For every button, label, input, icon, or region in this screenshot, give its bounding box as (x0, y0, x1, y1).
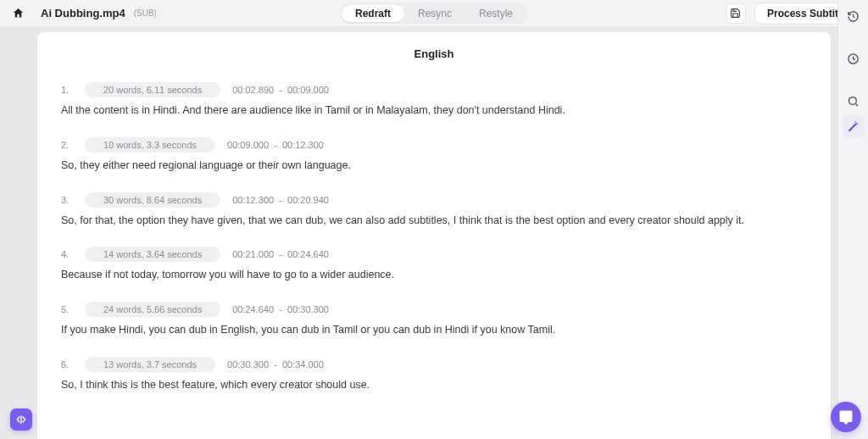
subtitle-card: English 1.20 words, 6.11 seconds00:02.89… (37, 32, 831, 439)
segment-end: 00:34.000 (282, 359, 324, 370)
panel-toggle-icon (15, 414, 27, 425)
panel-toggle-button[interactable] (10, 408, 32, 431)
time-settings-button[interactable] (843, 47, 865, 69)
segment-end: 00:30.300 (287, 304, 329, 314)
segment-index: 6. (61, 359, 73, 370)
segment-start: 00:12.300 (232, 195, 274, 205)
segment-text[interactable]: So, I think this is the best feature, wh… (61, 377, 807, 393)
segment-text[interactable]: So, for that, the option they have given… (61, 213, 807, 229)
search-icon (847, 95, 860, 108)
segment-times: 00:21.000 - 00:24.640 (232, 249, 329, 259)
segment-stats: 20 words, 6.11 seconds (85, 82, 220, 97)
home-button[interactable] (10, 6, 25, 21)
process-subtitle-label: Process Subtitle (767, 8, 847, 19)
chat-launcher-button[interactable] (831, 402, 861, 432)
segment-row[interactable]: 3.30 words, 8.64 seconds00:12.300 - 00:2… (61, 192, 807, 229)
save-button[interactable] (726, 3, 746, 24)
segment-times: 00:30.300 - 00:34.000 (227, 359, 324, 370)
chat-icon (838, 409, 854, 425)
segment-end: 00:20.940 (287, 195, 329, 205)
segment-times: 00:24.640 - 00:30.300 (232, 304, 329, 314)
tab-resync[interactable]: Resync (404, 5, 465, 22)
segment-index: 4. (61, 249, 73, 259)
segment-start: 00:30.300 (227, 359, 269, 370)
top-bar: Ai Dubbing.mp4 (SUB) Redraft Resync Rest… (0, 0, 868, 27)
segments-list: 1.20 words, 6.11 seconds00:02.890 - 00:0… (61, 82, 807, 393)
segment-start: 00:09.000 (227, 140, 269, 150)
segment-meta: 2.10 words, 3.3 seconds00:09.000 - 00:12… (61, 137, 807, 153)
clock-icon (847, 53, 860, 65)
file-title: Ai Dubbing.mp4 (41, 7, 125, 19)
segment-text[interactable]: All the content is in Hindi. And there a… (61, 103, 807, 119)
history-icon (847, 10, 860, 23)
language-title: English (61, 47, 807, 60)
segment-row[interactable]: 4.14 words, 3.64 seconds00:21.000 - 00:2… (61, 247, 807, 283)
segment-stats: 24 words, 5.66 seconds (85, 302, 220, 317)
segment-times: 00:12.300 - 00:20.940 (232, 195, 329, 205)
segment-index: 3. (61, 195, 73, 205)
segment-stats: 10 words, 3.3 seconds (85, 137, 215, 153)
segment-start: 00:21.000 (232, 249, 274, 259)
mode-switcher: Redraft Resync Restyle (340, 3, 528, 24)
magic-wand-icon (847, 120, 860, 133)
svg-point-1 (849, 97, 857, 104)
segment-start: 00:02.890 (232, 85, 274, 95)
segment-row[interactable]: 2.10 words, 3.3 seconds00:09.000 - 00:12… (61, 137, 807, 174)
tab-redraft[interactable]: Redraft (342, 5, 404, 22)
segment-times: 00:02.890 - 00:09.000 (232, 85, 329, 95)
segment-end: 00:09.000 (287, 85, 329, 95)
segment-meta: 6.13 words, 3.7 seconds00:30.300 - 00:34… (61, 357, 807, 372)
segment-stats: 13 words, 3.7 seconds (85, 357, 215, 372)
segment-index: 1. (61, 85, 73, 95)
segment-row[interactable]: 6.13 words, 3.7 seconds00:30.300 - 00:34… (61, 357, 807, 393)
segment-stats: 30 words, 8.64 seconds (85, 192, 220, 208)
segment-meta: 5.24 words, 5.66 seconds00:24.640 - 00:3… (61, 302, 807, 317)
segment-start: 00:24.640 (232, 304, 274, 314)
segment-row[interactable]: 5.24 words, 5.66 seconds00:24.640 - 00:3… (61, 302, 807, 338)
svg-line-2 (855, 103, 858, 106)
segment-meta: 3.30 words, 8.64 seconds00:12.300 - 00:2… (61, 192, 807, 208)
segment-text[interactable]: Because if not today, tomorrow you will … (61, 267, 807, 283)
segment-end: 00:24.640 (287, 249, 329, 259)
segment-end: 00:12.300 (282, 140, 324, 150)
history-button[interactable] (843, 5, 865, 27)
segment-meta: 1.20 words, 6.11 seconds00:02.890 - 00:0… (61, 82, 807, 97)
home-icon (12, 7, 25, 19)
segment-index: 5. (61, 304, 73, 314)
right-sidebar (837, 0, 868, 439)
segment-index: 2. (61, 140, 73, 150)
edit-with-ai-button[interactable] (843, 115, 865, 137)
save-icon (730, 8, 741, 19)
tab-restyle[interactable]: Restyle (465, 5, 526, 22)
sub-badge: (SUB) (134, 8, 157, 18)
search-button[interactable] (843, 90, 865, 112)
segment-text[interactable]: If you make Hindi, you can dub in Englis… (61, 322, 807, 338)
segment-stats: 14 words, 3.64 seconds (85, 247, 220, 262)
segment-row[interactable]: 1.20 words, 6.11 seconds00:02.890 - 00:0… (61, 82, 807, 119)
segment-times: 00:09.000 - 00:12.300 (227, 140, 324, 150)
segment-text[interactable]: So, they either need regional language o… (61, 158, 807, 174)
segment-meta: 4.14 words, 3.64 seconds00:21.000 - 00:2… (61, 247, 807, 262)
